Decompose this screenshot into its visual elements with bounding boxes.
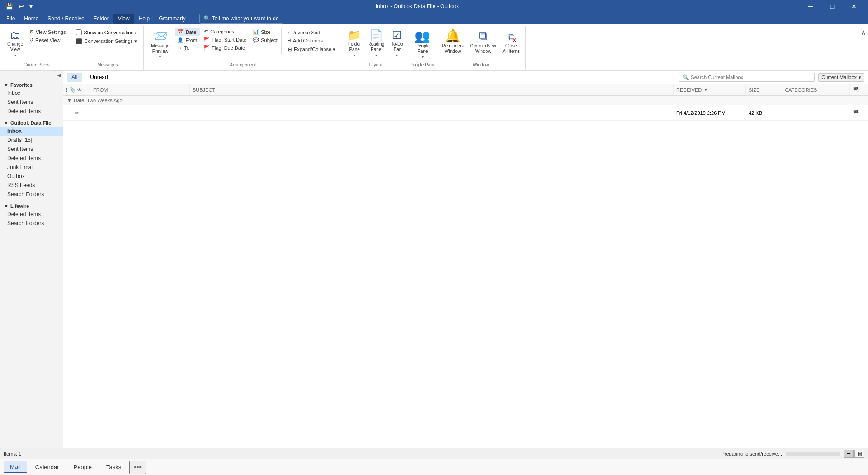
reminders-window-btn[interactable]: 🔔 RemindersWindow: [439, 28, 466, 56]
sidebar-odf-deleted[interactable]: Deleted Items: [0, 154, 63, 163]
menu-send-receive[interactable]: Send / Receive: [43, 14, 89, 24]
nav-tasks[interactable]: Tasks: [100, 462, 127, 472]
folder-pane-btn[interactable]: 📁 FolderPane ▾: [345, 28, 364, 59]
email-categories: [782, 105, 850, 120]
col-header-icons[interactable]: ! 📎 👁: [63, 84, 90, 95]
undo-btn[interactable]: ↩: [17, 2, 26, 11]
close-btn[interactable]: ✕: [844, 0, 864, 13]
medium-view-btn[interactable]: ▤: [854, 450, 864, 458]
minimize-btn[interactable]: ─: [800, 0, 821, 13]
arrange-subject-btn[interactable]: 💬 Subject: [250, 36, 280, 44]
show-conversations-input[interactable]: [76, 29, 82, 35]
reset-view-btn[interactable]: ↺ Reset View: [27, 36, 68, 44]
outlook-data-file-label: Outlook Data File: [10, 120, 51, 126]
table-row[interactable]: ✏ Fri 4/12/2019 2:26 PM 42 KB: [63, 105, 868, 121]
lifewire-header[interactable]: ▼ Lifewire: [0, 201, 63, 210]
maximize-btn[interactable]: □: [822, 0, 843, 13]
sidebar-lw-deleted-label: Deleted Items: [7, 211, 41, 217]
col-header-flag[interactable]: 🏴: [850, 84, 868, 95]
reading-pane-btn[interactable]: 📄 ReadingPane ▾: [365, 28, 387, 59]
sidebar-lw-search[interactable]: Search Folders: [0, 219, 63, 228]
menu-grammarly[interactable]: Grammarly: [154, 14, 190, 24]
sidebar-odf-junk[interactable]: Junk Email: [0, 163, 63, 172]
arrange-to-btn[interactable]: → To: [175, 44, 200, 52]
add-columns-btn[interactable]: ⊞ Add Columns: [284, 37, 339, 44]
arrange-from-label: From: [185, 38, 197, 43]
close-all-items-btn[interactable]: ⧉ ✕ CloseAll Items: [500, 28, 523, 56]
people-pane-btn[interactable]: 👥 PeoplePane ▾: [412, 28, 433, 61]
size-label: Size: [261, 29, 270, 35]
ribbon: 🗂 ChangeView ▾ ⚙ View Settings ↺ Reset V…: [0, 24, 868, 71]
message-preview-btn[interactable]: 📨 MessagePreview ▾: [146, 28, 174, 61]
outlook-data-file-header[interactable]: ▼ Outlook Data File: [0, 118, 63, 127]
sidebar-lw-deleted[interactable]: Deleted Items: [0, 210, 63, 219]
menu-file[interactable]: File: [2, 14, 19, 24]
arrange-size-btn[interactable]: 📊 Size: [250, 28, 280, 36]
date-group-two-weeks-ago[interactable]: ▼ Date: Two Weeks Ago: [63, 96, 868, 105]
col-header-categories[interactable]: CATEGORIES: [782, 84, 850, 95]
sidebar-odf-search[interactable]: Search Folders: [0, 190, 63, 199]
col-header-subject[interactable]: SUBJECT: [190, 84, 674, 95]
favorites-arrow: ▼: [4, 82, 9, 88]
filter-unread-btn[interactable]: Unread: [85, 73, 112, 82]
sidebar-odf-drafts[interactable]: Drafts [15]: [0, 136, 63, 145]
flag-start-icon: 🚩: [203, 37, 210, 42]
mailbox-dropdown[interactable]: Current Mailbox ▾: [818, 73, 864, 82]
expand-collapse-label: Expand/Collapse ▾: [294, 47, 335, 52]
view-settings-btn[interactable]: ⚙ View Settings: [27, 28, 68, 36]
subject-label: Subject: [261, 38, 278, 43]
filter-all-btn[interactable]: All: [67, 73, 82, 82]
expand-collapse-btn[interactable]: ⊞ Expand/Collapse ▾: [284, 45, 339, 54]
menu-view[interactable]: View: [113, 14, 134, 24]
search-input[interactable]: [691, 75, 811, 80]
ribbon-collapse-btn[interactable]: ∧: [861, 28, 866, 37]
menu-help[interactable]: Help: [134, 14, 155, 24]
save-btn[interactable]: 💾: [4, 2, 15, 11]
tell-me-box[interactable]: 🔍 Tell me what you want to do: [199, 14, 283, 24]
menu-home[interactable]: Home: [19, 14, 43, 24]
todo-bar-icon: ☑: [392, 30, 402, 41]
email-flag[interactable]: 🏴: [850, 105, 868, 120]
people-pane-arrow: ▾: [422, 55, 424, 59]
sidebar-odf-rss[interactable]: RSS Feeds: [0, 181, 63, 190]
subject-icon: 💬: [253, 37, 259, 43]
arrangement-group-label: Arrangement: [144, 62, 342, 67]
change-view-icon: 🗂: [10, 30, 21, 41]
sidebar-odf-sent[interactable]: Sent Items: [0, 145, 63, 154]
col-header-size[interactable]: SIZE: [746, 84, 782, 95]
compact-view-btn[interactable]: ☰: [844, 450, 854, 458]
conversation-settings-btn[interactable]: ⬛ Conversation Settings ▾: [74, 38, 140, 45]
nav-mail[interactable]: Mail: [4, 461, 27, 473]
col-header-from[interactable]: FROM: [90, 84, 190, 95]
arrange-categories-btn[interactable]: 🏷 Categories: [201, 28, 249, 35]
col-header-received[interactable]: RECEIVED ▼: [674, 84, 746, 95]
sidebar-odf-inbox[interactable]: Inbox: [0, 127, 63, 136]
sidebar-lw-search-label: Search Folders: [7, 220, 44, 226]
arrange-flag-start-btn[interactable]: 🚩 Flag: Start Date: [201, 36, 249, 43]
reverse-sort-btn[interactable]: ↕ Reverse Sort: [284, 29, 339, 36]
menu-folder[interactable]: Folder: [89, 14, 113, 24]
todo-bar-arrow: ▾: [396, 53, 398, 57]
sidebar-collapse-btn[interactable]: ◄: [56, 72, 62, 79]
sidebar-favorites-inbox[interactable]: Inbox: [0, 89, 63, 98]
add-columns-label: Add Columns: [293, 38, 323, 43]
sidebar-favorites-sent[interactable]: Sent Items: [0, 98, 63, 107]
nav-more-btn[interactable]: •••: [129, 461, 146, 474]
flag-due-icon: 🚩: [203, 45, 210, 51]
arrange-from-btn[interactable]: 👤 From: [175, 36, 200, 44]
qa-dropdown[interactable]: ▾: [28, 2, 34, 11]
sidebar-favorites-deleted[interactable]: Deleted Items: [0, 107, 63, 116]
sidebar-odf-outbox[interactable]: Outbox: [0, 172, 63, 181]
nav-people[interactable]: People: [67, 462, 98, 472]
arrange-date-btn[interactable]: 📅 Date: [175, 28, 200, 36]
todo-bar-btn[interactable]: ☑ To-DoBar ▾: [388, 28, 406, 59]
window-group-label: Window: [436, 62, 525, 67]
change-view-btn[interactable]: 🗂 ChangeView ▾: [5, 28, 26, 59]
favorites-header[interactable]: ▼ Favorites: [0, 80, 63, 89]
nav-calendar[interactable]: Calendar: [29, 462, 66, 472]
open-new-window-btn[interactable]: ⧉ Open in NewWindow: [467, 28, 499, 56]
arrange-flag-due-btn[interactable]: 🚩 Flag: Due Date: [201, 44, 249, 52]
show-conversations-checkbox[interactable]: Show as Conversations: [74, 29, 140, 36]
current-view-group-label: Current View: [2, 62, 71, 67]
reading-pane-icon: 📄: [369, 30, 383, 41]
